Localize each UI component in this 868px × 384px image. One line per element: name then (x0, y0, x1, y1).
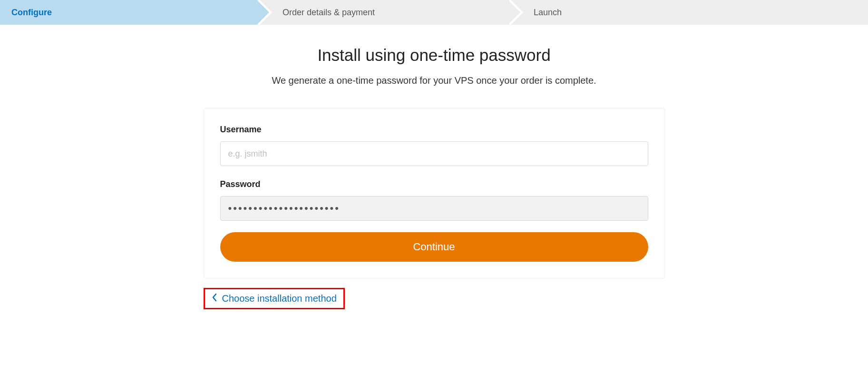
username-input[interactable] (220, 141, 648, 166)
step-label: Configure (11, 8, 52, 18)
chevron-left-icon (212, 293, 222, 304)
page-title: Install using one-time password (317, 46, 550, 65)
content-area: Install using one-time password We gener… (0, 25, 868, 309)
stepper: Configure Order details & payment Launch (0, 0, 868, 25)
continue-button[interactable]: Continue (220, 232, 648, 262)
password-input (220, 196, 648, 221)
step-order-details[interactable]: Order details & payment (257, 0, 508, 25)
credentials-card: Username Password Continue (204, 108, 665, 278)
step-label: Launch (519, 8, 562, 18)
step-configure[interactable]: Configure (0, 0, 257, 25)
back-link-label: Choose installation method (222, 293, 337, 304)
page-subtitle: We generate a one-time password for your… (272, 75, 596, 86)
step-launch[interactable]: Launch (508, 0, 868, 25)
password-label: Password (220, 179, 648, 189)
choose-installation-method-link[interactable]: Choose installation method (204, 288, 345, 309)
username-label: Username (220, 125, 648, 135)
step-label: Order details & payment (268, 8, 375, 18)
